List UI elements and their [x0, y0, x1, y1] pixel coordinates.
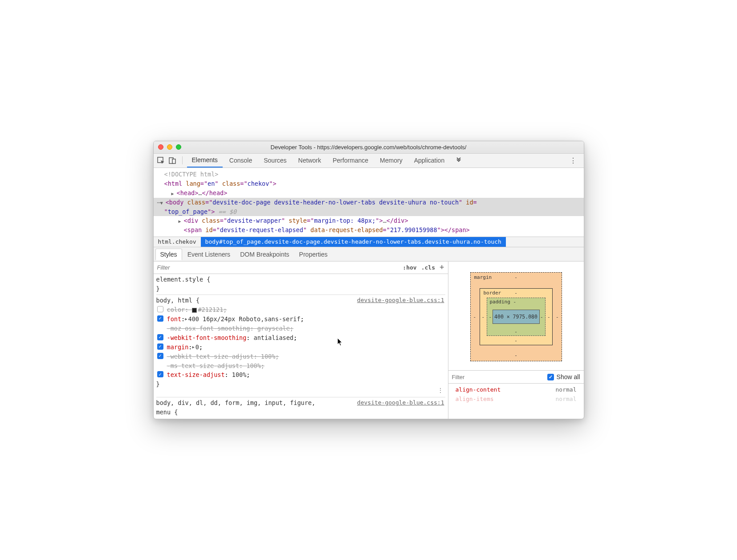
checkbox-icon[interactable] — [157, 334, 163, 340]
padding-label: padding - — [490, 299, 517, 305]
margin-label: margin — [474, 274, 492, 280]
styles-split: :hov .cls + element.style { } body, html… — [154, 262, 584, 419]
tab-sources[interactable]: Sources — [259, 153, 291, 168]
border-label: border — [484, 290, 501, 296]
subtab-event-listeners[interactable]: Event Listeners — [183, 249, 235, 260]
dom-doctype[interactable]: <!DOCTYPE html> — [154, 170, 584, 179]
cls-toggle[interactable]: .cls — [421, 264, 435, 271]
new-rule-icon[interactable]: + — [440, 263, 444, 272]
device-mode-icon[interactable] — [168, 155, 178, 165]
subtab-styles[interactable]: Styles — [155, 249, 182, 260]
checkbox-icon[interactable] — [157, 353, 163, 359]
more-tabs-icon[interactable] — [453, 157, 464, 164]
source-link[interactable]: devsite-google-blue.css:1 — [357, 398, 444, 407]
crumb-html[interactable]: html.chekov — [154, 237, 201, 247]
prop-font[interactable]: font:▶400 16px/24px Roboto,sans-serif; — [156, 315, 445, 324]
main-toolbar: Elements Console Sources Network Perform… — [154, 154, 584, 168]
window-title: Developer Tools - https://developers.goo… — [154, 144, 584, 151]
computed-panel: margin - - - - border - - - - padding - … — [448, 262, 584, 419]
rule-menu-icon[interactable]: ⋮ — [437, 386, 444, 396]
computed-list[interactable]: align-content normal align-items normal — [448, 384, 584, 406]
inspect-icon[interactable] — [156, 155, 166, 165]
prop-color[interactable]: color: #212121; — [156, 305, 445, 315]
computed-row[interactable]: align-content normal — [448, 385, 584, 395]
maximize-button[interactable] — [176, 144, 181, 150]
subtab-properties[interactable]: Properties — [295, 249, 332, 260]
traffic-lights — [158, 144, 181, 150]
show-all-checkbox[interactable] — [547, 374, 554, 380]
devtools-window: Developer Tools - https://developers.goo… — [153, 141, 584, 419]
styles-panel: :hov .cls + element.style { } body, html… — [154, 262, 448, 419]
subtab-dom-breakpoints[interactable]: DOM Breakpoints — [236, 249, 293, 260]
rule-body-div[interactable]: body, div, dl, dd, form, img, input, fig… — [156, 398, 445, 417]
computed-filter-row: Show all — [448, 370, 584, 384]
show-all-label[interactable]: Show all — [557, 373, 580, 380]
checkbox-icon[interactable] — [157, 306, 163, 312]
minimize-button[interactable] — [167, 144, 172, 150]
menu-icon[interactable]: ⋮ — [565, 156, 581, 165]
tab-performance[interactable]: Performance — [328, 153, 373, 168]
dom-tree[interactable]: <!DOCTYPE html> <html lang="en" class="c… — [154, 168, 584, 237]
breadcrumb: html.chekov body#top_of_page.devsite-doc… — [154, 237, 584, 247]
prop-moz-smooth[interactable]: -moz-osx-font-smoothing: grayscale; — [156, 324, 445, 333]
titlebar: Developer Tools - https://developers.goo… — [154, 141, 584, 154]
dom-html[interactable]: <html lang="en" class="chekov"> — [154, 179, 584, 188]
rule-element-style[interactable]: element.style { } — [156, 275, 445, 294]
styles-filter-row: :hov .cls + — [154, 262, 448, 274]
dom-body-selected[interactable]: ⋯▼<body class="devsite-doc-page devsite-… — [154, 198, 584, 207]
dom-div[interactable]: ▶<div class="devsite-wrapper" style="mar… — [154, 216, 584, 225]
content-size: 400 × 7975.080 — [493, 310, 540, 324]
checkbox-icon[interactable] — [157, 371, 163, 377]
prop-tsa[interactable]: text-size-adjust: 100%; — [156, 370, 445, 380]
styles-tabbar: Styles Event Listeners DOM Breakpoints P… — [154, 247, 584, 262]
svg-rect-2 — [172, 159, 175, 164]
source-link[interactable]: devsite-google-blue.css:1 — [357, 296, 444, 305]
box-model[interactable]: margin - - - - border - - - - padding - … — [448, 262, 584, 370]
dom-span[interactable]: <span id="devsite-request-elapsed" data-… — [154, 225, 584, 235]
tab-network[interactable]: Network — [293, 153, 326, 168]
computed-row[interactable]: align-items normal — [448, 395, 584, 404]
tab-memory[interactable]: Memory — [375, 153, 407, 168]
checkbox-icon[interactable] — [157, 315, 163, 322]
styles-rules[interactable]: element.style { } body, html { devsite-g… — [154, 274, 448, 419]
prop-webkit-tsa[interactable]: -webkit-text-size-adjust: 100%; — [156, 352, 445, 361]
tab-application[interactable]: Application — [409, 153, 450, 168]
tab-elements[interactable]: Elements — [187, 153, 223, 168]
prop-margin[interactable]: margin:▶0; — [156, 343, 445, 352]
computed-filter-input[interactable] — [452, 374, 547, 380]
checkbox-icon[interactable] — [157, 343, 163, 350]
color-swatch[interactable] — [192, 308, 197, 313]
prop-webkit-smooth[interactable]: -webkit-font-smoothing: antialiased; — [156, 333, 445, 343]
dom-body-line2[interactable]: "top_of_page"> == $0 — [154, 207, 584, 217]
dom-head[interactable]: ▶<head>…</head> — [154, 188, 584, 198]
separator — [182, 156, 183, 164]
tab-console[interactable]: Console — [224, 153, 257, 168]
crumb-body[interactable]: body#top_of_page.devsite-doc-page.devsit… — [201, 237, 506, 247]
close-button[interactable] — [158, 144, 163, 150]
prop-ms-tsa[interactable]: -ms-text-size-adjust: 100%; — [156, 361, 445, 371]
styles-filter-input[interactable] — [157, 264, 403, 271]
hov-toggle[interactable]: :hov — [403, 264, 416, 271]
rule-body-html[interactable]: body, html { devsite-google-blue.css:1 c… — [156, 296, 445, 396]
